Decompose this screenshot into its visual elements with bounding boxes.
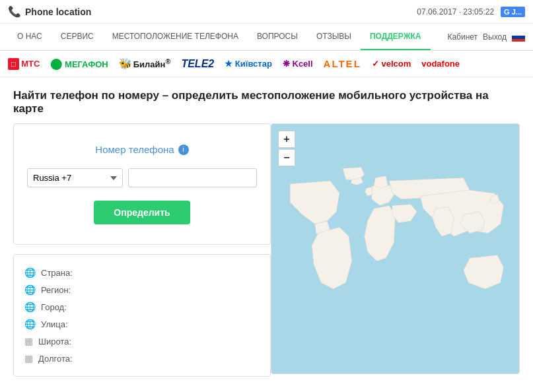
main-heading: Найти телефон по номеру – определить мес…	[0, 77, 533, 123]
velcom-label: velcom	[381, 59, 411, 69]
zoom-out-button[interactable]: −	[278, 149, 295, 166]
velcom-icon: ✓	[372, 59, 379, 69]
beeline-label: Билайн®	[133, 57, 171, 69]
nav-right: Кабинет Выход	[447, 32, 525, 42]
globe-icon-street: 🌐	[24, 319, 36, 329]
logo-tele2[interactable]: TELE2	[181, 58, 214, 70]
mts-label: МТС	[21, 59, 40, 69]
navigation: О НАС СЕРВИС МЕСТОПОЛОЖЕНИЕ ТЕЛЕФОНА ВОП…	[0, 24, 533, 51]
datetime: 07.06.2017 · 23:05:22	[417, 7, 494, 16]
info-row-city: 🌐 Город:	[24, 298, 260, 315]
label-region: Регион:	[41, 285, 71, 295]
site-title: 📞 Phone location	[8, 5, 91, 18]
site-title-text: Phone location	[25, 7, 91, 17]
phone-icon: 📞	[8, 5, 21, 18]
kcell-icon: ❋	[283, 59, 290, 69]
megafon-label: МЕГАФОН	[65, 59, 108, 69]
map-controls: + −	[278, 131, 295, 166]
altel-label: ALTEL	[324, 58, 361, 69]
grid-icon-longitude: ▦	[24, 353, 33, 364]
submit-button[interactable]: Определить	[94, 201, 190, 224]
logo-kyivstar[interactable]: ★ Київстар	[225, 59, 272, 69]
world-map-svg	[271, 124, 519, 374]
nav-items: О НАС СЕРВИС МЕСТОПОЛОЖЕНИЕ ТЕЛЕФОНА ВОП…	[8, 24, 431, 50]
country-select[interactable]: Russia +7 Ukraine +380 Belarus +375 Kaza…	[27, 168, 123, 187]
logos-bar: □ МТС ⬤ МЕГАФОН 🐝 Билайн® TELE2 ★ Київст…	[0, 51, 533, 77]
logo-velcom[interactable]: ✓ velcom	[372, 59, 411, 69]
info-row-latitude: ▦ Широта:	[24, 333, 260, 350]
info-row-street: 🌐 Улица:	[24, 315, 260, 333]
logo-mts[interactable]: □ МТС	[8, 58, 40, 70]
nav-cabinet[interactable]: Кабинет	[447, 32, 478, 42]
google-icon: G J...	[501, 7, 525, 17]
mts-box: □	[8, 58, 19, 70]
info-row-region: 🌐 Регион:	[24, 281, 260, 298]
vodafone-label: vodafone	[421, 59, 460, 69]
megafon-icon: ⬤	[50, 58, 62, 69]
zoom-in-button[interactable]: +	[278, 131, 295, 148]
logo-altel[interactable]: ALTEL	[324, 58, 361, 69]
globe-icon-region: 🌐	[24, 284, 36, 295]
russian-flag-icon	[512, 33, 525, 42]
nav-reviews[interactable]: ОТЗЫВЫ	[307, 24, 361, 50]
form-label: Номер телефона i	[27, 144, 257, 155]
header-right: 07.06.2017 · 23:05:22 G J...	[417, 7, 525, 17]
globe-icon-country: 🌐	[24, 267, 36, 278]
kyivstar-label: Київстар	[235, 59, 272, 69]
nav-service[interactable]: СЕРВИС	[52, 24, 103, 50]
label-latitude: Широта:	[38, 337, 71, 346]
label-longitude: Долгота:	[38, 354, 73, 364]
nav-logout[interactable]: Выход	[483, 32, 507, 42]
form-label-text: Номер телефона	[95, 144, 174, 155]
left-panel: Номер телефона i Russia +7 Ukraine +380 …	[13, 123, 271, 377]
logo-kcell[interactable]: ❋ Kcell	[283, 59, 313, 69]
kyivstar-icon: ★	[225, 59, 232, 69]
nav-questions[interactable]: ВОПРОСЫ	[248, 24, 307, 50]
form-inputs: Russia +7 Ukraine +380 Belarus +375 Kaza…	[27, 168, 257, 187]
phone-input[interactable]	[128, 168, 257, 187]
map-area[interactable]: + −	[271, 123, 520, 374]
label-street: Улица:	[41, 319, 68, 329]
tele2-label: TELE2	[181, 58, 214, 69]
nav-about[interactable]: О НАС	[8, 24, 52, 50]
label-city: Город:	[41, 302, 67, 312]
info-row-longitude: ▦ Долгота:	[24, 350, 260, 367]
nav-location[interactable]: МЕСТОПОЛОЖЕНИЕ ТЕЛЕФОНА	[103, 24, 248, 50]
label-country: Страна:	[41, 268, 73, 278]
globe-icon-city: 🌐	[24, 302, 36, 312]
nav-support[interactable]: ПОДДЕРЖКА	[361, 24, 431, 50]
info-icon[interactable]: i	[178, 145, 189, 155]
logo-megafon[interactable]: ⬤ МЕГАФОН	[50, 57, 108, 70]
info-box: 🌐 Страна: 🌐 Регион: 🌐 Город: 🌐 Улица: ▦ …	[13, 254, 271, 377]
logo-vodafone[interactable]: vodafone	[421, 59, 460, 69]
form-box: Номер телефона i Russia +7 Ukraine +380 …	[13, 123, 271, 245]
logo-beeline[interactable]: 🐝 Билайн®	[119, 57, 171, 70]
kcell-label: Kcell	[293, 59, 313, 69]
content-area: Номер телефона i Russia +7 Ukraine +380 …	[0, 123, 533, 390]
info-row-country: 🌐 Страна:	[24, 264, 260, 281]
grid-icon-latitude: ▦	[24, 336, 33, 346]
header: 📞 Phone location 07.06.2017 · 23:05:22 G…	[0, 0, 533, 24]
beeline-icon: 🐝	[119, 57, 132, 70]
